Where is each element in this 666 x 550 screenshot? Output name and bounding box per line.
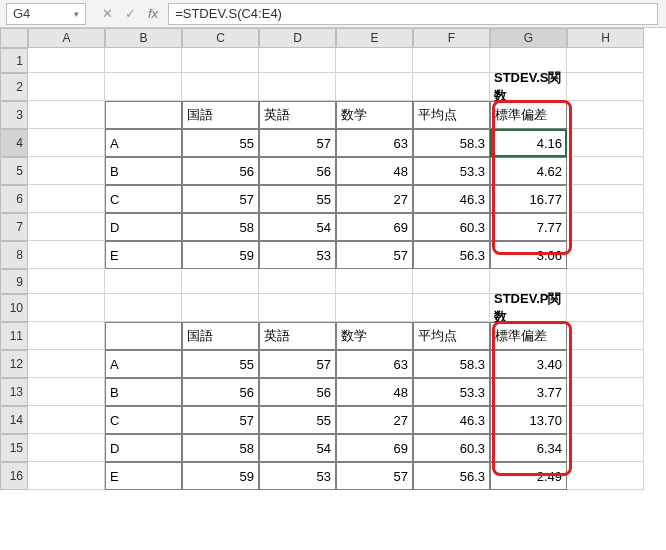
cell-F14[interactable]: 46.3 [413, 406, 490, 434]
cell-F6[interactable]: 46.3 [413, 185, 490, 213]
cell-A6[interactable] [28, 185, 105, 213]
cell-H5[interactable] [567, 157, 644, 185]
cell-E13[interactable]: 48 [336, 378, 413, 406]
cell-F12[interactable]: 58.3 [413, 350, 490, 378]
cell-A13[interactable] [28, 378, 105, 406]
row-header-15[interactable]: 15 [0, 434, 28, 462]
cell-C12[interactable]: 55 [182, 350, 259, 378]
cell-E16[interactable]: 57 [336, 462, 413, 490]
cell-E12[interactable]: 63 [336, 350, 413, 378]
cell-E4[interactable]: 63 [336, 129, 413, 157]
cell-A10[interactable] [28, 294, 105, 322]
cell-H11[interactable] [567, 322, 644, 350]
name-box[interactable]: G4 ▾ [6, 3, 86, 25]
cell-H3[interactable] [567, 101, 644, 129]
cell-B16[interactable]: E [105, 462, 182, 490]
cell-B13[interactable]: B [105, 378, 182, 406]
cell-D14[interactable]: 55 [259, 406, 336, 434]
cell-D11[interactable]: 英語 [259, 322, 336, 350]
cell-C16[interactable]: 59 [182, 462, 259, 490]
cell-F8[interactable]: 56.3 [413, 241, 490, 269]
cell-F9[interactable] [413, 269, 490, 294]
cell-H6[interactable] [567, 185, 644, 213]
cell-C9[interactable] [182, 269, 259, 294]
cell-C5[interactable]: 56 [182, 157, 259, 185]
cell-E14[interactable]: 27 [336, 406, 413, 434]
cell-F2[interactable] [413, 73, 490, 101]
cell-H16[interactable] [567, 462, 644, 490]
cell-D6[interactable]: 55 [259, 185, 336, 213]
cell-E8[interactable]: 57 [336, 241, 413, 269]
cell-C2[interactable] [182, 73, 259, 101]
row-header-8[interactable]: 8 [0, 241, 28, 269]
row-header-5[interactable]: 5 [0, 157, 28, 185]
cell-H12[interactable] [567, 350, 644, 378]
cell-H1[interactable] [567, 48, 644, 73]
cell-A14[interactable] [28, 406, 105, 434]
cell-C6[interactable]: 57 [182, 185, 259, 213]
col-header-A[interactable]: A [28, 28, 105, 48]
cell-A8[interactable] [28, 241, 105, 269]
cell-H14[interactable] [567, 406, 644, 434]
cell-C8[interactable]: 59 [182, 241, 259, 269]
row-header-11[interactable]: 11 [0, 322, 28, 350]
select-all-corner[interactable] [0, 28, 28, 48]
col-header-C[interactable]: C [182, 28, 259, 48]
cell-H15[interactable] [567, 434, 644, 462]
cell-C10[interactable] [182, 294, 259, 322]
cell-A11[interactable] [28, 322, 105, 350]
cell-B7[interactable]: D [105, 213, 182, 241]
cell-D9[interactable] [259, 269, 336, 294]
cell-A2[interactable] [28, 73, 105, 101]
cell-D1[interactable] [259, 48, 336, 73]
cell-B2[interactable] [105, 73, 182, 101]
cell-D8[interactable]: 53 [259, 241, 336, 269]
row-header-16[interactable]: 16 [0, 462, 28, 490]
cell-F15[interactable]: 60.3 [413, 434, 490, 462]
cell-A1[interactable] [28, 48, 105, 73]
cell-H7[interactable] [567, 213, 644, 241]
cell-F5[interactable]: 53.3 [413, 157, 490, 185]
cell-A3[interactable] [28, 101, 105, 129]
cell-D7[interactable]: 54 [259, 213, 336, 241]
cell-D10[interactable] [259, 294, 336, 322]
cell-F1[interactable] [413, 48, 490, 73]
cell-C14[interactable]: 57 [182, 406, 259, 434]
cell-H10[interactable] [567, 294, 644, 322]
cell-B5[interactable]: B [105, 157, 182, 185]
cell-E7[interactable]: 69 [336, 213, 413, 241]
cell-D15[interactable]: 54 [259, 434, 336, 462]
cell-H13[interactable] [567, 378, 644, 406]
cell-E5[interactable]: 48 [336, 157, 413, 185]
col-header-F[interactable]: F [413, 28, 490, 48]
cell-B4[interactable]: A [105, 129, 182, 157]
cell-B15[interactable]: D [105, 434, 182, 462]
cell-C15[interactable]: 58 [182, 434, 259, 462]
row-header-1[interactable]: 1 [0, 48, 28, 73]
chevron-down-icon[interactable]: ▾ [74, 9, 79, 19]
cell-E11[interactable]: 数学 [336, 322, 413, 350]
col-header-E[interactable]: E [336, 28, 413, 48]
col-header-G[interactable]: G [490, 28, 567, 48]
formula-bar[interactable]: =STDEV.S(C4:E4) [168, 3, 658, 25]
cell-D13[interactable]: 56 [259, 378, 336, 406]
cell-E3[interactable]: 数学 [336, 101, 413, 129]
cell-B9[interactable] [105, 269, 182, 294]
cell-C7[interactable]: 58 [182, 213, 259, 241]
cell-F11[interactable]: 平均点 [413, 322, 490, 350]
row-header-13[interactable]: 13 [0, 378, 28, 406]
cell-F7[interactable]: 60.3 [413, 213, 490, 241]
cell-B3[interactable] [105, 101, 182, 129]
cell-B14[interactable]: C [105, 406, 182, 434]
cell-E2[interactable] [336, 73, 413, 101]
row-header-4[interactable]: 4 [0, 129, 28, 157]
cell-B12[interactable]: A [105, 350, 182, 378]
cell-A12[interactable] [28, 350, 105, 378]
cell-A5[interactable] [28, 157, 105, 185]
row-header-10[interactable]: 10 [0, 294, 28, 322]
cell-D12[interactable]: 57 [259, 350, 336, 378]
cell-A4[interactable] [28, 129, 105, 157]
col-header-D[interactable]: D [259, 28, 336, 48]
cell-B8[interactable]: E [105, 241, 182, 269]
cell-C11[interactable]: 国語 [182, 322, 259, 350]
